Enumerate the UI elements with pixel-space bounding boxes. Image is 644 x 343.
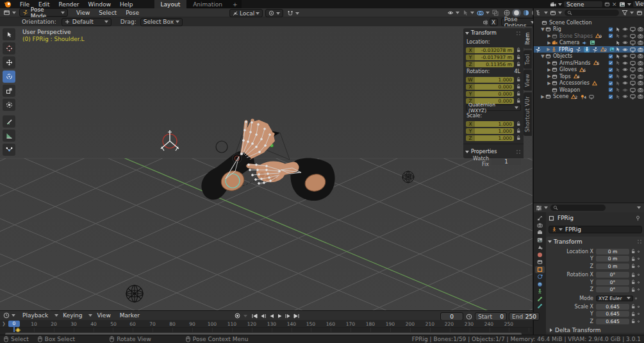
lock-icon[interactable] (516, 121, 521, 126)
lock-icon[interactable] (516, 98, 521, 103)
outliner-search-input[interactable] (565, 10, 619, 16)
empty-sphere-right[interactable] (402, 171, 414, 183)
menu-window[interactable]: Window (84, 1, 116, 8)
rotation-w-field[interactable]: W1.000 (466, 77, 514, 83)
tab-constraints-icon[interactable] (535, 281, 545, 288)
disable-viewport-icon[interactable] (630, 80, 636, 86)
menu-help[interactable]: Help (115, 1, 138, 8)
empty-sphere-left[interactable] (126, 285, 143, 302)
selectable-icon[interactable] (615, 87, 620, 92)
sidebar-tab-shortcut[interactable]: Shortcut VUr (524, 92, 532, 136)
expand-arrow[interactable]: ▶ (547, 74, 552, 79)
disable-viewport-icon[interactable] (630, 53, 636, 59)
close-scene-icon[interactable]: ✕ (612, 1, 617, 8)
disable-render-icon[interactable] (638, 40, 643, 46)
timeline-editor-icon[interactable] (3, 312, 10, 319)
use-preview-range-icon[interactable] (466, 314, 472, 320)
loc-z-field[interactable]: 0 m (596, 264, 629, 269)
selectable-icon[interactable] (615, 54, 620, 59)
panel-drag-dots-icon[interactable] (516, 149, 521, 155)
disable-viewport-icon[interactable] (630, 67, 636, 72)
shading-material-icon[interactable] (523, 10, 529, 16)
animate-dot[interactable] (635, 297, 637, 299)
lock-icon[interactable] (631, 272, 636, 278)
animate-dot[interactable] (638, 251, 640, 253)
exclude-checkbox[interactable] (608, 27, 613, 32)
animate-dot[interactable] (638, 289, 640, 290)
tool-move[interactable] (3, 56, 15, 69)
properties-editor-icon[interactable] (536, 205, 542, 211)
xray-toggle-icon[interactable] (492, 10, 499, 16)
outliner-row-tops[interactable]: ▶Tops 4 (534, 73, 644, 79)
tab-bone-icon[interactable] (535, 296, 545, 303)
disable-viewport-icon[interactable] (630, 47, 636, 53)
hide-eye-icon[interactable] (622, 26, 628, 32)
disable-viewport-icon[interactable] (630, 94, 636, 99)
disable-viewport-icon[interactable] (630, 26, 636, 32)
lock-icon[interactable] (516, 77, 521, 82)
display-mode-icon[interactable] (550, 10, 556, 16)
selectable-icon[interactable] (615, 47, 620, 52)
hide-eye-icon[interactable] (622, 80, 628, 86)
selectable-icon[interactable] (615, 94, 620, 99)
outliner-row-scene-collection[interactable]: Scene Collection (534, 19, 644, 26)
outliner-row-scene[interactable]: ▶Scene 2 4 (534, 94, 644, 100)
exclude-checkbox[interactable] (608, 81, 613, 86)
sidebar-tab-view[interactable]: View (524, 70, 532, 91)
expand-arrow[interactable]: ▼ (540, 27, 545, 32)
scene-selector[interactable]: Scene (563, 1, 603, 8)
delta-transform-panel[interactable]: Delta Transform (550, 327, 601, 333)
expand-arrow[interactable]: ▼ (540, 54, 545, 59)
snap-magnet-icon[interactable] (287, 10, 293, 17)
scale-x-field[interactable]: X1.000 (466, 121, 514, 127)
animate-dot[interactable] (638, 265, 640, 267)
animate-dot[interactable] (638, 321, 640, 322)
disable-render-icon[interactable] (638, 60, 643, 66)
add-workspace-button[interactable]: + (229, 0, 242, 8)
disable-viewport-icon[interactable] (630, 60, 636, 66)
lock-icon[interactable] (516, 128, 521, 133)
workspace-tab-animation[interactable]: Animation (186, 0, 229, 8)
gizmos-icon[interactable] (462, 10, 468, 16)
tab-view-layer-icon[interactable] (535, 237, 545, 244)
disable-viewport-icon[interactable] (630, 74, 636, 79)
scale-y-field[interactable]: 0.645 (596, 311, 629, 317)
selectable-icon[interactable] (615, 27, 620, 32)
hide-eye-icon[interactable] (622, 40, 628, 46)
disable-render-icon[interactable] (638, 87, 643, 93)
tool-cursor[interactable] (3, 42, 15, 54)
selectable-icon[interactable] (615, 40, 620, 46)
new-collection-icon[interactable] (636, 10, 643, 16)
tab-tool-icon[interactable] (535, 214, 545, 221)
exclude-checkbox[interactable] (608, 67, 613, 72)
show-object-types-icon[interactable] (447, 10, 454, 16)
selectable-icon[interactable] (615, 81, 620, 86)
menu-pose[interactable]: Pose (121, 10, 144, 16)
disable-render-icon[interactable] (638, 33, 643, 39)
hide-eye-icon[interactable] (622, 74, 628, 79)
rotation-mode-dropdown[interactable]: Quaternion (WXYZ) (466, 105, 521, 111)
animate-dot[interactable] (638, 274, 640, 276)
outliner-row-arms-hands[interactable]: ▶Arms/Hands 5 (534, 60, 644, 66)
play-button[interactable] (276, 312, 283, 319)
loc-y-field[interactable]: 0 m (596, 256, 629, 262)
blender-logo-icon[interactable] (4, 0, 12, 8)
outliner-row-weapon[interactable]: Weapon (534, 87, 644, 93)
outliner-row-objects[interactable]: ▼Objects (534, 53, 644, 60)
outliner-row-gloves[interactable]: ▶Gloves 6 (534, 67, 644, 73)
hide-eye-icon[interactable] (622, 87, 628, 93)
play-reverse-button[interactable] (268, 312, 275, 319)
tab-output-icon[interactable] (535, 229, 545, 236)
disable-render-icon[interactable] (638, 26, 643, 32)
lock-icon[interactable] (631, 264, 636, 269)
expand-arrow[interactable]: ▶ (547, 60, 552, 65)
lock-icon[interactable] (631, 256, 636, 262)
auto-keyframe-button[interactable] (234, 312, 241, 319)
menu-select[interactable]: Select (94, 10, 121, 16)
expand-arrow[interactable]: ▶ (547, 33, 552, 38)
lock-icon[interactable] (631, 280, 636, 285)
transform-orientation-dropdown[interactable]: Local (229, 9, 263, 17)
disable-render-icon[interactable] (638, 80, 643, 86)
exclude-checkbox[interactable] (608, 94, 613, 99)
lock-icon[interactable] (631, 319, 636, 324)
